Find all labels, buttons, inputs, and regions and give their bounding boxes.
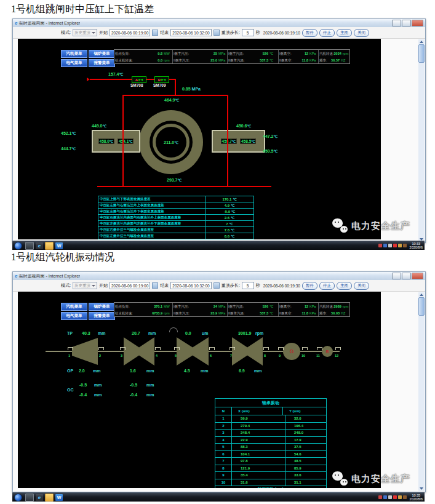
vertical-scrollbar[interactable] (418, 292, 425, 491)
tray-icon[interactable] (393, 495, 397, 499)
stop-button[interactable]: 停止 (319, 282, 335, 290)
calendar-icon[interactable] (214, 30, 220, 36)
tray-icon[interactable] (393, 244, 397, 247)
status-value: 12 (305, 52, 308, 55)
start-time-input[interactable]: 2020-08-06 00:19:00 (110, 29, 150, 36)
table-row: 422.917.9 (215, 437, 326, 444)
valve-sm709[interactable]: B▶◀ (154, 76, 169, 83)
mode-select[interactable]: 历史重演 (73, 29, 97, 36)
scroll-up-icon[interactable] (420, 41, 423, 43)
status-value: 2989 (334, 305, 341, 308)
folder-icon[interactable] (45, 242, 54, 250)
tray-icon[interactable] (388, 244, 392, 247)
folder-icon[interactable] (45, 494, 54, 502)
temp-label-top: 464.9℃ (164, 98, 179, 102)
watermark-text: 电力安全生产 (351, 473, 410, 485)
scroll-down-icon[interactable] (420, 487, 423, 490)
ie-taskbar-icon[interactable]: e (36, 494, 43, 501)
calendar-icon[interactable] (152, 30, 158, 36)
system-tray: 10:352020/8/6 (378, 494, 425, 501)
op-unit: mm (93, 369, 100, 373)
scrollbar-thumb[interactable] (418, 44, 425, 63)
close-page-button[interactable]: 关闭 (354, 29, 369, 37)
scroll-up-icon[interactable] (420, 294, 423, 296)
chevron-down-icon (92, 32, 95, 34)
minimize-button[interactable] (392, 273, 401, 279)
exciter-circle: B (322, 346, 333, 357)
wechat-icon (332, 218, 348, 233)
shaft-temp-readout: 458.5℃ (240, 138, 256, 144)
pause-button[interactable]: 暂停 (302, 29, 317, 37)
end-time-input[interactable]: 2020-08-06 10:32:00 (170, 29, 211, 36)
table-row: 6104.154.6 (215, 451, 326, 458)
table-row: 588.337.5 (215, 444, 326, 451)
bearing-number: 5 (175, 354, 177, 358)
tp-value: 0.0 (185, 331, 191, 335)
close-page-button[interactable]: 关闭 (354, 282, 369, 290)
tray-icon[interactable] (383, 244, 387, 247)
menu-button-boiler[interactable]: 锅炉菜单 (89, 303, 115, 311)
program-icon[interactable] (25, 494, 34, 502)
menu-button-alarm[interactable]: 报警菜单 (89, 59, 115, 67)
maximize-button[interactable] (402, 20, 411, 26)
step-input[interactable]: 5 (242, 29, 254, 36)
titlebar[interactable]: e 实时监视画面 - Internet Explorer (13, 19, 425, 27)
table-row: 中压缸左侧法兰内表面与左侧法兰外下表面金属温度差7℃ (98, 221, 253, 227)
tray-icon[interactable] (403, 495, 407, 499)
minimize-button[interactable] (392, 20, 401, 26)
end-label: 结束 (160, 282, 169, 289)
table-row: 2279.4196.4 (215, 423, 326, 430)
start-button[interactable] (14, 494, 22, 502)
menu-button-electric[interactable]: 电气菜单 (61, 312, 87, 320)
clock[interactable]: 10:352020/8/6 (408, 494, 423, 501)
tray-icon[interactable] (398, 495, 402, 499)
clock[interactable]: 10:332020/8/6 (408, 242, 423, 249)
start-time-input[interactable]: 2020-08-06 00:19:00 (110, 282, 150, 289)
close-button[interactable] (412, 273, 423, 279)
maximize-button[interactable] (402, 273, 411, 279)
step-input[interactable]: 5 (242, 282, 254, 289)
shaft-temp-readout: 459.7℃ (221, 138, 237, 144)
status-label: I侧主汽温: (228, 52, 244, 55)
steam-pipe-drop (175, 79, 176, 96)
start-button[interactable] (14, 242, 22, 250)
end-time-input[interactable]: 2020-08-06 10:32:00 (170, 282, 211, 289)
wps-icon[interactable]: W (55, 242, 63, 249)
menu-button-turbine[interactable]: 汽机菜单 (61, 303, 87, 311)
tray-icon[interactable] (388, 495, 392, 499)
calendar-icon[interactable] (152, 282, 158, 289)
status-label: I侧主汽压: (174, 305, 189, 308)
close-button[interactable] (412, 20, 423, 26)
bearing-number: 4 (156, 354, 158, 358)
menu-button-boiler[interactable]: 锅炉菜单 (89, 50, 115, 58)
status-value: 50.57 (331, 58, 340, 62)
calendar-icon[interactable] (214, 282, 220, 289)
cylinder-box-top (122, 95, 228, 96)
menu-button-turbine[interactable]: 汽机菜单 (61, 50, 87, 58)
tp-value: 20.7 (132, 331, 140, 335)
tray-icon[interactable] (378, 495, 382, 499)
status-label: II侧主汽压: (174, 58, 190, 62)
main-screen-button[interactable]: 主图 (337, 29, 352, 37)
tray-icon[interactable] (383, 495, 387, 499)
stop-button[interactable]: 停止 (319, 29, 335, 37)
speed-unit: rpm (255, 331, 263, 335)
mode-select[interactable]: 历史重演 (73, 282, 97, 289)
tray-icon[interactable] (403, 244, 407, 247)
menu-button-electric[interactable]: 电气菜单 (61, 59, 87, 67)
scrollbar-thumb[interactable] (418, 297, 425, 316)
tray-icon[interactable] (378, 244, 382, 247)
program-icon[interactable] (25, 242, 34, 250)
table-row: 935.433.6 (215, 472, 326, 479)
vertical-scrollbar[interactable] (418, 39, 425, 242)
status-value: 25.0 (210, 58, 217, 62)
wps-icon[interactable]: W (55, 494, 63, 501)
table-row: 中压缸右侧外法兰与螺栓金属温度差7.6℃ (98, 227, 253, 233)
valve-sm708[interactable]: A▶◀ (132, 76, 146, 83)
titlebar[interactable]: e 实时监视画面 - Internet Explorer (13, 272, 425, 280)
tray-icon[interactable] (398, 244, 402, 247)
menu-button-alarm[interactable]: 报警菜单 (89, 312, 115, 320)
pause-button[interactable]: 暂停 (302, 282, 317, 290)
ie-taskbar-icon[interactable]: e (36, 242, 43, 249)
main-screen-button[interactable]: 主图 (337, 282, 352, 290)
